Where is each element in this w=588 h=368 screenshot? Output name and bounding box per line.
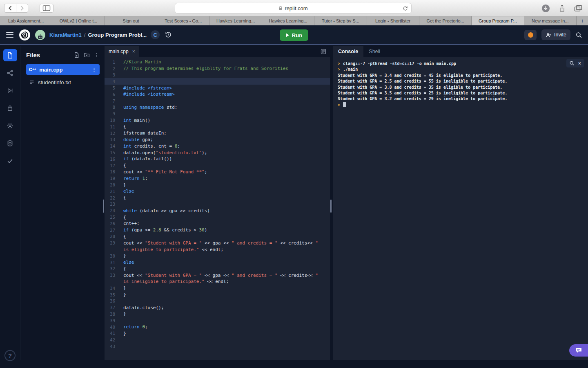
line-number: 37 — [105, 305, 123, 310]
code-editor[interactable]: 1//Kiara Martin2// This program determin… — [105, 57, 330, 360]
console-line: Student with GPA = 3.2 and credits = 29 … — [338, 96, 583, 102]
invite-button[interactable]: Invite — [541, 29, 570, 40]
line-number: 27 — [105, 228, 123, 233]
panel-resize-handle-right[interactable] — [330, 200, 332, 213]
new-tab-button[interactable]: + — [577, 16, 588, 25]
code-line: 19return 1; — [105, 175, 330, 182]
sidebar-toggle-button[interactable] — [40, 4, 53, 13]
history-icon[interactable] — [165, 31, 172, 38]
line-number: 4 — [105, 79, 123, 84]
chat-icon — [575, 347, 582, 354]
help-button[interactable]: ? — [4, 350, 16, 361]
sidebar-tab-database[interactable] — [3, 137, 17, 149]
code-line: 2// This program determines elgiblity fo… — [105, 65, 330, 72]
code-text: double gpa; — [123, 137, 153, 142]
sidebar-tab-secrets[interactable] — [3, 102, 17, 114]
browser-tab[interactable]: Sign out — [105, 16, 157, 25]
code-text: } — [123, 285, 126, 291]
reload-icon[interactable] — [402, 5, 408, 11]
line-number: 1 — [105, 60, 123, 65]
editor-pane: main.cpp × 1//Kiara Martin2// This progr… — [105, 46, 330, 360]
forward-icon — [20, 5, 24, 11]
code-line: is ineligible to participate." << endl; — [105, 278, 330, 285]
browser-tab[interactable]: New message in... — [524, 16, 577, 25]
sidebar-tab-version-control[interactable] — [3, 67, 17, 79]
project-title[interactable]: Group Program Probl... — [88, 32, 147, 38]
editor-tab-label: main.cpp — [109, 49, 129, 54]
downloads-button[interactable] — [541, 4, 550, 13]
forward-button[interactable] — [16, 4, 28, 13]
line-number: 33 — [105, 273, 123, 278]
browser-tab[interactable]: Tutor - Step by S... — [314, 16, 367, 25]
file-row[interactable]: C++main.cpp — [26, 64, 100, 75]
file-menu-icon[interactable] — [91, 67, 97, 72]
code-line: 29cout << "Student with GPA = " << gpa <… — [105, 240, 330, 246]
username-link[interactable]: KiaraMartin1 — [49, 32, 82, 38]
code-line: 38} — [105, 311, 330, 317]
code-line: 23 — [105, 201, 330, 208]
editor-layout-icon[interactable] — [320, 48, 327, 55]
run-button[interactable]: Run — [280, 29, 308, 41]
line-number: 31 — [105, 260, 123, 265]
console-clear-icon[interactable]: × — [578, 61, 581, 66]
settings-icon — [7, 122, 13, 129]
back-button[interactable] — [4, 4, 16, 13]
browser-tab[interactable]: Test Scores - Go... — [157, 16, 209, 25]
sidebar-tab-settings[interactable] — [3, 119, 17, 132]
code-line: 5#include <fstream> — [105, 85, 330, 91]
code-text: { — [123, 266, 126, 272]
chat-button[interactable] — [569, 344, 588, 357]
console-output[interactable]: × >clang++-7 -pthread -std=c++17 -o main… — [333, 57, 588, 360]
code-line: 31else — [105, 259, 330, 266]
code-line: 6#include <iostream> — [105, 91, 330, 98]
sidebar-tab-run-tests[interactable] — [3, 84, 17, 96]
url-bar[interactable]: replit.com — [175, 3, 412, 13]
console-search-icon[interactable] — [569, 61, 575, 66]
panel-resize-handle-left[interactable] — [103, 200, 104, 213]
code-text: { — [123, 124, 126, 129]
sidebar-toggle-icon — [42, 5, 51, 11]
tab-console[interactable]: Console — [333, 46, 363, 57]
notifications-button[interactable] — [524, 30, 537, 40]
breadcrumb: KiaraMartin1 / Group Program Probl... — [49, 32, 147, 38]
replit-logo[interactable] — [19, 29, 30, 40]
code-text: cout << "Student with GPA = " << gpa << … — [123, 240, 318, 246]
browser-tab[interactable]: Hawkes Learning... — [209, 16, 262, 25]
sidebar-tab-checklist[interactable] — [3, 155, 17, 167]
console-cursor[interactable] — [343, 102, 346, 107]
sidebar-tab-files[interactable] — [3, 49, 17, 61]
close-tab-icon[interactable]: × — [132, 49, 135, 54]
code-line: 8using namespace std; — [105, 104, 330, 111]
avatar[interactable] — [35, 30, 45, 40]
browser-tab[interactable]: Group Program P... — [472, 16, 524, 25]
browser-tab[interactable]: Hawkes Learning... — [262, 16, 314, 25]
hamburger-menu-icon[interactable] — [6, 32, 13, 38]
browser-tab[interactable]: Get the Proctorio... — [419, 16, 472, 25]
files-menu-icon[interactable] — [94, 52, 100, 58]
code-line: 21else — [105, 188, 330, 195]
line-number: 16 — [105, 157, 123, 162]
tabs-overview-button[interactable] — [574, 5, 582, 12]
search-icon[interactable] — [575, 31, 582, 38]
code-line: 25{ — [105, 214, 330, 220]
play-icon — [286, 33, 289, 37]
browser-tab[interactable]: Lab Assignment... — [0, 16, 52, 25]
new-file-icon[interactable] — [74, 52, 80, 58]
line-number: 15 — [105, 150, 123, 155]
tab-shell[interactable]: Shell — [363, 46, 385, 57]
console-line: >clang++-7 -pthread -std=c++17 -o main m… — [338, 61, 583, 67]
browser-tab[interactable]: OWLv2 | Online t... — [52, 16, 105, 25]
code-line: 11{ — [105, 123, 330, 130]
code-line: 41} — [105, 330, 330, 337]
line-number: 36 — [105, 298, 123, 303]
back-icon — [8, 5, 13, 11]
file-row[interactable]: studentinfo.txt — [26, 77, 100, 88]
code-line: 17{ — [105, 162, 330, 169]
secrets-icon — [7, 105, 13, 112]
new-folder-icon[interactable] — [84, 52, 90, 58]
browser-tab[interactable]: Login - Shortlister — [367, 16, 419, 25]
share-button[interactable] — [559, 4, 565, 12]
code-line: 10int main() — [105, 117, 330, 123]
editor-tab-main-cpp[interactable]: main.cpp × — [105, 46, 139, 57]
code-line: 30} — [105, 253, 330, 259]
